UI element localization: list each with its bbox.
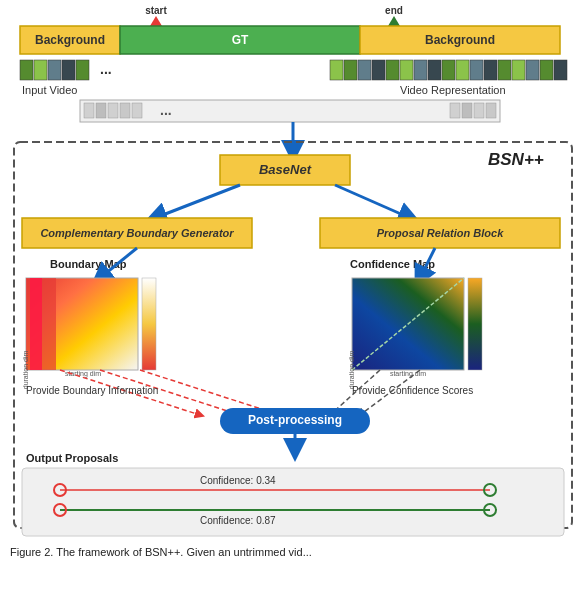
svg-rect-21: [498, 60, 511, 80]
start-label: start: [145, 5, 167, 16]
arrow-basenet-prb: [335, 185, 410, 218]
boundary-heatmap: duration dim starting dim: [22, 278, 156, 389]
svg-text:BaseNet: BaseNet: [259, 162, 312, 177]
red-line-3: [140, 370, 280, 415]
svg-text:GT: GT: [232, 33, 249, 47]
svg-rect-47: [468, 278, 482, 370]
svg-rect-30: [132, 103, 142, 118]
gray-line-1: [330, 370, 380, 415]
confidence-heatmap: duration dim starting dim: [348, 278, 482, 389]
svg-rect-23: [526, 60, 539, 80]
feature-cells: ...: [84, 102, 496, 118]
svg-text:duration dim: duration dim: [348, 351, 355, 390]
boundary-map-label: Boundary Map: [50, 258, 127, 270]
red-line-2: [100, 370, 240, 415]
post-processing-btn[interactable]: [220, 408, 370, 434]
provide-boundary-label: Provide Boundary Information: [26, 385, 158, 396]
video-repr-label: Video Representation: [400, 84, 506, 96]
svg-rect-28: [108, 103, 118, 118]
confidence-label-1: Confidence: 0.34: [200, 475, 276, 486]
svg-rect-34: [474, 103, 484, 118]
svg-text:duration dim: duration dim: [22, 351, 29, 390]
svg-text:...: ...: [160, 102, 172, 118]
svg-text:Background: Background: [425, 33, 495, 47]
bsn-label: BSN++: [488, 150, 544, 169]
caption: Figure 2. The framework of BSN++. Given …: [10, 546, 312, 558]
input-video-label: Input Video: [22, 84, 77, 96]
svg-rect-27: [96, 103, 106, 118]
svg-rect-26: [84, 103, 94, 118]
svg-rect-14: [400, 60, 413, 80]
svg-rect-7: [76, 60, 89, 80]
svg-text:starting dim: starting dim: [390, 370, 426, 378]
start-arrow: [150, 16, 162, 26]
arrow-cbg-boundary: [100, 248, 137, 278]
bg-left-block: [20, 26, 120, 54]
svg-overlay: start end Background GT Background ...: [0, 0, 586, 616]
proposal-circle-left-2: [54, 504, 66, 516]
svg-text:...: ...: [100, 61, 112, 77]
basenet-block: [220, 155, 350, 185]
gray-line-2: [360, 370, 420, 415]
svg-rect-20: [484, 60, 497, 80]
cbg-block: [22, 218, 252, 248]
output-area: [22, 468, 564, 536]
svg-rect-4: [34, 60, 47, 80]
svg-text:Proposal Relation Block: Proposal Relation Block: [377, 227, 504, 239]
svg-rect-16: [428, 60, 441, 80]
svg-rect-39: [26, 278, 138, 370]
proposal-circle-left-1: [54, 484, 66, 496]
proposal-circle-right-1: [484, 484, 496, 496]
svg-text:Complementary Boundary Generat: Complementary Boundary Generator: [40, 227, 234, 239]
svg-rect-22: [512, 60, 525, 80]
svg-rect-17: [442, 60, 455, 80]
svg-rect-11: [358, 60, 371, 80]
confidence-map-label: Confidence Map: [350, 258, 435, 270]
svg-rect-5: [48, 60, 61, 80]
svg-text:starting dim: starting dim: [65, 370, 101, 378]
svg-line-46: [352, 278, 464, 370]
svg-rect-3: [20, 60, 33, 80]
end-label: end: [385, 5, 403, 16]
svg-rect-9: [330, 60, 343, 80]
svg-rect-19: [470, 60, 483, 80]
svg-text:Post-processing: Post-processing: [248, 413, 342, 427]
svg-rect-6: [62, 60, 75, 80]
svg-rect-41: [30, 278, 42, 370]
svg-rect-13: [386, 60, 399, 80]
feature-strip: [80, 100, 500, 122]
svg-rect-42: [142, 278, 156, 370]
svg-rect-35: [486, 103, 496, 118]
diagram-container: start end Background GT Background ...: [0, 0, 586, 616]
svg-rect-33: [462, 103, 472, 118]
svg-rect-24: [540, 60, 553, 80]
arrow-basenet-cbg: [155, 185, 240, 218]
gt-block: [120, 26, 360, 54]
end-arrow: [388, 16, 400, 26]
proposal-circle-right-2: [484, 504, 496, 516]
provide-confidence-label: Provide Confidence Scores: [352, 385, 473, 396]
output-proposals-label: Output Proposals: [26, 452, 118, 464]
svg-rect-10: [344, 60, 357, 80]
bg-right-block: [360, 26, 560, 54]
svg-text:Background: Background: [35, 33, 105, 47]
bsn-box: [14, 142, 572, 528]
arrow-prb-confidence: [420, 248, 435, 278]
prb-block: [320, 218, 560, 248]
confidence-label-2: Confidence: 0.87: [200, 515, 276, 526]
svg-rect-25: [554, 60, 567, 80]
svg-rect-40: [26, 278, 56, 370]
svg-rect-18: [456, 60, 469, 80]
svg-rect-29: [120, 103, 130, 118]
red-line-1: [60, 370, 200, 415]
svg-rect-15: [414, 60, 427, 80]
frames-right: [330, 60, 567, 80]
svg-rect-32: [450, 103, 460, 118]
frames-left: ...: [20, 60, 112, 80]
svg-rect-12: [372, 60, 385, 80]
svg-rect-45: [352, 278, 464, 370]
